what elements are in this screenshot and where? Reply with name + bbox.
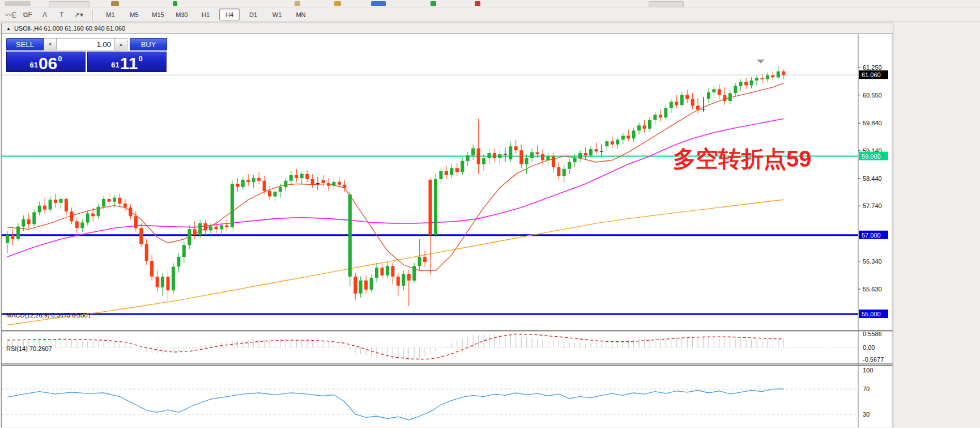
volume-increase-button[interactable]: ▲ [114,38,127,50]
volume-decrease-button[interactable]: ▼ [44,38,57,50]
svg-text:61.060: 61.060 [862,71,881,78]
svg-text:57.000: 57.000 [862,232,881,239]
buy-price-sup: 0 [138,55,142,62]
timeframe-button-h4[interactable]: H4 [219,9,240,20]
timeframe-button-d1[interactable]: D1 [243,9,263,20]
svg-text:55.000: 55.000 [862,311,881,317]
arrows-tool-icon[interactable]: ➚▾ [71,9,86,21]
timeframe-button-w1[interactable]: W1 [267,9,287,20]
buy-price-small: 61 [111,61,119,69]
chart-annotation-text: 多空转折点59 [673,143,812,175]
clipped-toolbar-row [0,0,980,7]
buy-price-tile[interactable]: 61 11 0 [87,52,167,72]
text-tool-icon[interactable]: A [37,9,52,21]
svg-text:100: 100 [863,367,873,374]
sell-price-tile[interactable]: 61 06 0 [6,52,86,72]
toolbar-sliver-icon [649,1,684,7]
timeframe-button-m15[interactable]: M15 [148,9,168,20]
toolbar-separator [92,10,93,20]
timeframe-button-m30[interactable]: M30 [172,9,192,20]
toolbar-sliver-icon [431,1,436,6]
buy-price-big: 11 [120,56,138,71]
timeframe-button-m5[interactable]: M5 [124,9,144,20]
chart-title-strip: ▲ USOil-,H4 61.000 61.160 60.940 61.060 [2,23,893,34]
toolbar-sliver-icon [173,1,177,6]
svg-text:60.550: 60.550 [863,92,882,99]
mt4-terminal: { "toolbar": { "tool_icons": [ {"name": … [0,0,980,428]
timeframe-button-mn[interactable]: MN [291,9,311,20]
text-label-tool-icon[interactable]: T [54,9,69,21]
one-click-trade-panel: SELL ▼ 1.00 ▲ BUY 61 06 0 61 11 0 [6,38,169,72]
toolbar-sliver-icon [111,1,119,6]
svg-text:57.740: 57.740 [863,202,882,209]
macd-label: MACD(12,26,9) 0.3475 0.3501 [6,312,91,319]
sell-button[interactable]: SELL [6,38,44,50]
collapse-arrow-icon[interactable]: ▲ [6,26,11,31]
toolbar-sliver-icon [371,1,386,6]
toolbar-sliver-icon [334,1,341,6]
sell-price-sup: 0 [58,55,62,62]
toolbar-sliver-icon [475,1,480,6]
svg-text:58.440: 58.440 [863,175,882,182]
svg-text:30: 30 [863,411,870,418]
chart-canvas[interactable]: 61.25060.55059.84059.14058.44057.74056.3… [2,34,893,427]
toolbar-sliver-icon [5,1,31,6]
chart-window[interactable]: ▲ USOil-,H4 61.000 61.160 60.940 61.060 … [1,23,893,427]
elliott-wave-tool-icon[interactable]: 〰E [3,9,18,21]
timeframe-bar: M1M5M15M30H1H4D1W1MN [96,9,315,20]
sell-price-big: 06 [39,56,57,71]
chart-toolbar: 〰E⧉FAT➚▾ M1M5M15M30H1H4D1W1MN [0,7,980,22]
svg-text:61.250: 61.250 [863,64,882,71]
svg-text:0.5586: 0.5586 [863,330,882,337]
timeframe-button-h1[interactable]: H1 [195,9,216,20]
svg-text:56.340: 56.340 [863,258,882,265]
svg-text:59.000: 59.000 [862,153,881,160]
svg-text:59.840: 59.840 [863,120,882,126]
toolbar-sliver-icon [295,1,300,6]
svg-text:0.00: 0.00 [863,344,875,351]
svg-text:55.630: 55.630 [863,286,882,293]
drawing-tools-group: 〰E⧉FAT➚▾ [0,9,90,21]
toolbar-sliver-icon [49,1,90,7]
rsi-label: RSI(14) 70.2607 [6,345,52,352]
timeframe-button-m1[interactable]: M1 [100,9,121,20]
buy-button[interactable]: BUY [130,38,167,50]
svg-text:-0.5677: -0.5677 [863,356,884,363]
volume-input[interactable]: 1.00 [57,38,114,50]
fibonacci-tool-icon[interactable]: ⧉F [20,9,35,21]
sell-price-small: 61 [29,61,37,69]
svg-text:70: 70 [863,385,870,392]
chart-title: USOil-,H4 61.000 61.160 60.940 61.060 [14,25,125,32]
